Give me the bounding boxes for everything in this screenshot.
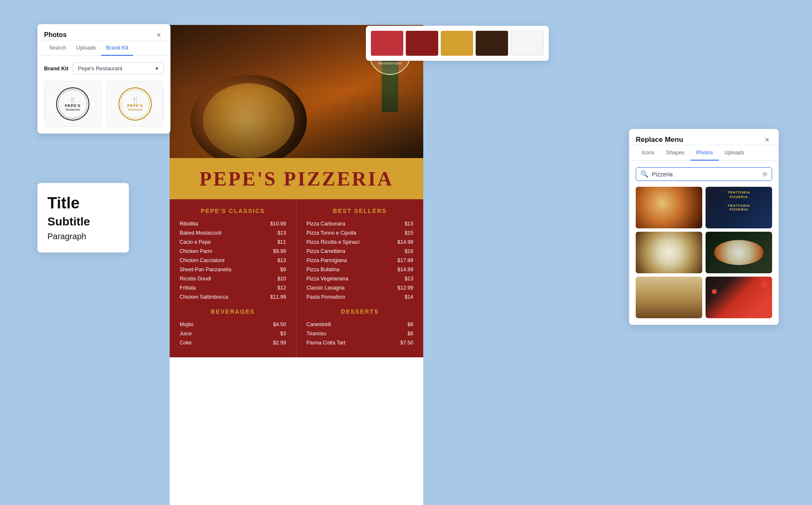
item-price: $11 (277, 239, 286, 245)
tab-uploads[interactable]: Uploads (71, 40, 101, 56)
photo-thumb-pizza-green[interactable] (706, 232, 772, 273)
photo-thumb-trattoria[interactable]: TRATTORIAPIZZERIA (706, 187, 772, 228)
logo-circle-dark: 🍴 PEPE'S Restaurant (56, 87, 89, 121)
item-price: $13 (405, 276, 413, 282)
menu-item: Sheet-Pan Panzanella$9 (180, 267, 286, 272)
color-palette (366, 26, 549, 61)
tab-brand-kit[interactable]: Brand Kit (101, 40, 133, 56)
item-name: Coke (180, 340, 192, 346)
brand-logo-dark[interactable]: 🍴 PEPE'S Restaurant (44, 81, 101, 127)
menu-item: Pizza Tonno e Cipolla$15 (306, 230, 413, 236)
item-price: $14.99 (397, 267, 413, 272)
swatch-dark-red[interactable] (406, 31, 438, 56)
photo-thumb-pizza-white[interactable] (636, 232, 702, 273)
item-price: $2.99 (273, 340, 286, 346)
item-price: $14 (405, 294, 413, 300)
item-name: Classic Lasagna (306, 285, 345, 291)
replace-panel-body: 🔍 ⊗ TRATTORIAPIZZERIA (629, 161, 779, 325)
item-name: Pizza Ricotta e Spinaci (306, 239, 360, 245)
menu-item: Baked Mostaccioli$13 (180, 230, 286, 236)
item-name: Baked Mostaccioli (180, 230, 222, 236)
tomato-dot (761, 281, 768, 287)
menu-body: PEPE'S CLASSICS Ribollita$10.99 Baked Mo… (170, 199, 423, 357)
item-name: Ricotta Gnudi (180, 276, 211, 282)
menu-item: Frittata$12 (180, 285, 286, 291)
tab-search[interactable]: Search (44, 40, 71, 56)
text-styles-panel: Title Subtitle Paragraph (37, 183, 129, 252)
replace-panel-close-button[interactable]: × (762, 135, 772, 145)
photo-thumb-dough[interactable] (636, 277, 702, 318)
menu-item: Chicken Saltimbocca$11.99 (180, 294, 286, 300)
photo-pizza-2 (636, 232, 702, 273)
replace-panel-title: Replace Menu (636, 136, 683, 144)
replace-tab-shapes[interactable]: Shapes (660, 145, 690, 161)
menu-item: Pizza Bufalina$14.99 (306, 267, 413, 272)
item-price: $8 (407, 331, 413, 337)
beverages-heading: BEVERAGES (180, 308, 286, 315)
tomato-dot-2 (712, 289, 717, 294)
desserts-items: Canestrelli$6 Tiramisu$8 Panna Cotta Tar… (306, 322, 413, 346)
photo-pizza-3 (706, 232, 772, 273)
photo-pizza-1 (636, 187, 702, 228)
logo-circle-gold: 🍴 PEPE'S Restaurant (118, 87, 152, 121)
chevron-down-icon: ▾ (155, 65, 158, 72)
item-price: $10.99 (270, 221, 286, 227)
search-clear-icon[interactable]: ⊗ (762, 170, 768, 178)
item-price: $14.99 (397, 239, 413, 245)
swatch-red[interactable] (371, 31, 403, 56)
menu-item: Pizza Ricotta e Spinaci$14.99 (306, 239, 413, 245)
item-price: $13 (405, 221, 413, 227)
item-name: Mojito (180, 322, 193, 327)
item-price: $12.99 (397, 285, 413, 291)
photos-panel-close-button[interactable]: × (154, 30, 164, 40)
brand-kit-selector: Brand Kit Pepe's Restaurant ▾ (44, 62, 164, 74)
menu-item: Ribollita$10.99 (180, 221, 286, 227)
menu-title-bar: PEPE'S PIZZERIA (170, 158, 423, 199)
item-price: $13 (277, 230, 286, 236)
classics-items: Ribollita$10.99 Baked Mostaccioli$13 Cac… (180, 221, 286, 300)
item-name: Chicken Saltimbocca (180, 294, 228, 300)
text-style-title: Title (47, 195, 119, 212)
item-price: $17.99 (397, 257, 413, 263)
item-name: Juice (180, 331, 192, 337)
menu-item: Juice$3 (180, 331, 286, 337)
replace-tab-photos[interactable]: Photos (690, 145, 718, 161)
menu-title: PEPE'S PIZZERIA (178, 167, 415, 190)
menu-item: Pasta Pomodoro$14 (306, 294, 413, 300)
photos-panel-tabs: Search Uploads Brand Kit (37, 40, 170, 56)
replace-search-input[interactable] (652, 171, 759, 178)
item-name: Frittata (180, 285, 196, 291)
brand-logo-gold[interactable]: 🍴 PEPE'S Restaurant (106, 81, 164, 127)
menu-item: Panna Cotta Tart$7.50 (306, 340, 413, 346)
classics-heading: PEPE'S CLASSICS (180, 208, 286, 214)
photo-thumb-pizza-dark[interactable] (636, 187, 702, 228)
swatch-white[interactable] (511, 31, 544, 56)
search-icon: 🔍 (640, 170, 649, 178)
menu-item: Pizza Parmigiana$17.99 (306, 257, 413, 263)
menu-item: Classic Lasagna$12.99 (306, 285, 413, 291)
menu-col-bestsellers: BEST SELLERS Pizza Carbonara$13 Pizza To… (296, 199, 423, 357)
menu-canvas: 🍷 PEPE'S Restaurant PEPE'S PIZZERIA PEPE… (170, 25, 423, 505)
swatch-brown[interactable] (476, 31, 508, 56)
brand-kit-dropdown[interactable]: Pepe's Restaurant ▾ (73, 62, 164, 74)
menu-item: Pizza Carrettiera$16 (306, 248, 413, 254)
menu-item: Coke$2.99 (180, 340, 286, 346)
swatch-gold[interactable] (441, 31, 473, 56)
item-name: Cacio e Pepe (180, 239, 211, 245)
item-price: $15 (405, 230, 413, 236)
beverages-items: Mojito$4.50 Juice$3 Coke$2.99 (180, 322, 286, 346)
photos-panel-header: Photos × (37, 24, 170, 40)
item-name: Pizza Tonno e Cipolla (306, 230, 356, 236)
bestsellers-heading: BEST SELLERS (306, 208, 413, 214)
replace-tab-uploads[interactable]: Uploads (719, 145, 750, 161)
replace-tab-icons[interactable]: Icons (636, 145, 660, 161)
photo-thumb-tomato-pizza[interactable] (706, 277, 772, 318)
replace-photos-grid: TRATTORIAPIZZERIA (636, 187, 772, 318)
photos-panel: Photos × Search Uploads Brand Kit Brand … (37, 24, 170, 134)
photo-tomato-pizza (706, 277, 772, 318)
item-name: Pizza Carbonara (306, 221, 345, 227)
menu-item: Mojito$4.50 (180, 322, 286, 327)
item-name: Pizza Carrettiera (306, 248, 345, 254)
menu-item: Chicken Cacciatore$13 (180, 257, 286, 263)
logo-sub: Restaurant (378, 61, 402, 65)
